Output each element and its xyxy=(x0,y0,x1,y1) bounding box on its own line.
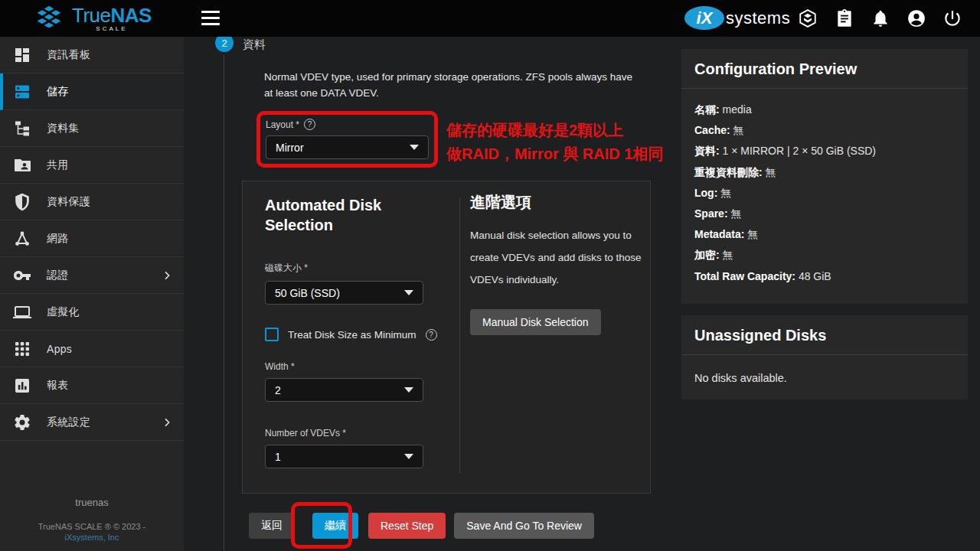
settings-icon xyxy=(13,413,31,432)
brand-edition: SCALE xyxy=(72,26,152,32)
automated-disk-selection-section: Automated Disk Selection 磁碟大小 * 50 GiB (… xyxy=(265,195,449,468)
width-field: Width * 2 xyxy=(265,361,449,402)
preview-row: 名稱: media xyxy=(694,99,955,120)
manual-disk-selection-button[interactable]: Manual Disk Selection xyxy=(470,309,601,335)
sidebar-item-shares[interactable]: 共用 xyxy=(0,147,184,184)
treat-disk-size-row: Treat Disk Size as Minimum ? xyxy=(265,328,449,341)
preview-row: Metadata: 無 xyxy=(694,224,955,245)
sidebar-item-datasets[interactable]: 資料集 xyxy=(0,110,184,147)
vdevs-select[interactable]: 1 xyxy=(265,445,423,468)
disk-size-value: 50 GiB (SSD) xyxy=(275,287,340,299)
reporting-icon xyxy=(13,377,31,395)
step-description: Normal VDEV type, used for primary stora… xyxy=(264,69,641,101)
ix-text: systems xyxy=(726,8,790,28)
sidebar-item-label: 系統設定 xyxy=(47,416,90,429)
truenas-logo[interactable]: TrueNAS SCALE xyxy=(32,5,152,32)
wizard-actions: 返回 繼續 Reset Step Save And Go To Review xyxy=(249,513,594,539)
layout-select[interactable]: Mirror xyxy=(266,135,429,159)
power-icon[interactable] xyxy=(942,8,962,28)
checkbox-label: Treat Disk Size as Minimum xyxy=(288,329,416,341)
top-bar: TrueNAS SCALE iX systems˙ xyxy=(0,0,980,37)
ixsystems-logo: iX systems˙ xyxy=(684,6,792,30)
annotation-line-1: 儲存的硬碟最好是2顆以上 xyxy=(446,119,663,142)
jobs-icon[interactable] xyxy=(835,8,854,28)
sidebar-item-credentials[interactable]: 認證 xyxy=(0,257,184,294)
company-link[interactable]: iXsystems, Inc xyxy=(0,533,184,542)
annotation-text: 儲存的硬碟最好是2顆以上 做RAID，Mirror 與 RAID 1相同 xyxy=(446,119,663,166)
preview-row: 加密: 無 xyxy=(694,245,955,266)
account-icon[interactable] xyxy=(906,8,926,28)
save-and-review-button[interactable]: Save And Go To Review xyxy=(454,513,594,539)
sidebar-item-virtualization[interactable]: 虛擬化 xyxy=(0,294,184,331)
preview-row: 重複資料刪除: 無 xyxy=(694,162,955,183)
sidebar-item-label: 資訊看板 xyxy=(47,48,90,62)
panel-title: Configuration Preview xyxy=(694,60,955,78)
network-icon xyxy=(13,230,31,248)
sidebar-item-dashboard[interactable]: 資訊看板 xyxy=(0,37,184,73)
chevron-down-icon xyxy=(404,454,413,459)
data-protection-icon xyxy=(13,193,31,211)
sidebar-item-label: 虛擬化 xyxy=(47,305,80,319)
sidebar-item-label: 儲存 xyxy=(47,85,69,99)
chevron-down-icon xyxy=(404,387,413,393)
vdevs-label: Number of VDEVs * xyxy=(265,428,346,439)
disk-size-field: 磁碟大小 * 50 GiB (SSD) xyxy=(265,262,449,305)
chevron-right-icon xyxy=(161,269,173,282)
menu-icon[interactable] xyxy=(201,11,220,25)
continue-button[interactable]: 繼續 xyxy=(312,513,358,539)
datasets-icon xyxy=(13,119,31,138)
help-icon[interactable]: ? xyxy=(304,119,315,130)
chevron-down-icon xyxy=(410,145,419,150)
sidebar-item-system-settings[interactable]: 系統設定 xyxy=(0,404,184,441)
step-label: 資料 xyxy=(243,37,266,52)
preview-row: Spare: 無 xyxy=(694,204,955,224)
advanced-description: Manual disk selection allows you to crea… xyxy=(470,224,642,291)
disk-size-label: 磁碟大小 * xyxy=(265,262,308,275)
width-select[interactable]: 2 xyxy=(265,378,423,402)
preview-row: Log: 無 xyxy=(694,183,955,204)
sidebar-item-network[interactable]: 網路 xyxy=(0,220,184,257)
brand-nas: NAS xyxy=(111,4,152,27)
sidebar-item-storage[interactable]: 儲存 xyxy=(0,73,184,110)
width-label: Width * xyxy=(265,361,295,372)
truenas-cube-icon xyxy=(32,5,66,32)
unassigned-disks-panel: Unassigned Disks No disks available. xyxy=(681,315,968,399)
ix-bubble: iX xyxy=(684,6,724,30)
dashboard-icon xyxy=(13,46,31,64)
treat-disk-size-checkbox[interactable] xyxy=(265,328,279,341)
preview-row: Total Raw Capacity: 48 GiB xyxy=(694,266,955,287)
brand-true: True xyxy=(72,4,111,27)
column-divider xyxy=(459,198,460,474)
preview-row: Cache: 無 xyxy=(694,120,955,141)
section-title: Automated Disk Selection xyxy=(265,195,449,235)
truenas-status-icon[interactable] xyxy=(798,8,818,28)
configuration-preview-panel: Configuration Preview 名稱: media Cache: 無… xyxy=(681,49,968,304)
reset-step-button[interactable]: Reset Step xyxy=(368,513,446,539)
disk-size-select[interactable]: 50 GiB (SSD) xyxy=(265,281,423,305)
chevron-right-icon xyxy=(161,416,173,429)
truenas-app: TrueNAS SCALE iX systems˙ xyxy=(0,0,980,551)
sidebar-item-data-protection[interactable]: 資料保護 xyxy=(0,184,184,220)
disk-selection-card: Automated Disk Selection 磁碟大小 * 50 GiB (… xyxy=(242,181,651,494)
advanced-options-section: 進階選項 Manual disk selection allows you to… xyxy=(470,192,642,335)
sidebar-item-label: 共用 xyxy=(47,158,69,172)
sidebar-item-reporting[interactable]: 報表 xyxy=(0,367,184,404)
sidebar-item-label: Apps xyxy=(47,343,72,355)
notifications-icon[interactable] xyxy=(871,8,890,28)
sidebar-item-label: 網路 xyxy=(47,232,69,246)
panel-title: Unassigned Disks xyxy=(694,327,955,344)
layout-field: Layout * ? Mirror xyxy=(266,119,429,159)
help-icon[interactable]: ? xyxy=(426,329,437,341)
empty-state-text: No disks available. xyxy=(694,366,955,384)
annotation-line-2: 做RAID，Mirror 與 RAID 1相同 xyxy=(446,142,663,166)
back-button[interactable]: 返回 xyxy=(249,513,295,539)
copyright: TrueNAS SCALE ® © 2023 - xyxy=(0,520,184,533)
storage-icon xyxy=(13,83,31,101)
sidebar-item-label: 資料集 xyxy=(47,122,80,135)
width-value: 2 xyxy=(275,384,281,396)
chevron-down-icon xyxy=(404,290,413,295)
sidebar-item-apps[interactable]: Apps xyxy=(0,331,184,367)
preview-row: 資料: 1 × MIRROR | 2 × 50 GiB (SSD) xyxy=(694,141,955,161)
hostname: truenas xyxy=(0,497,184,508)
credentials-icon xyxy=(13,266,31,285)
